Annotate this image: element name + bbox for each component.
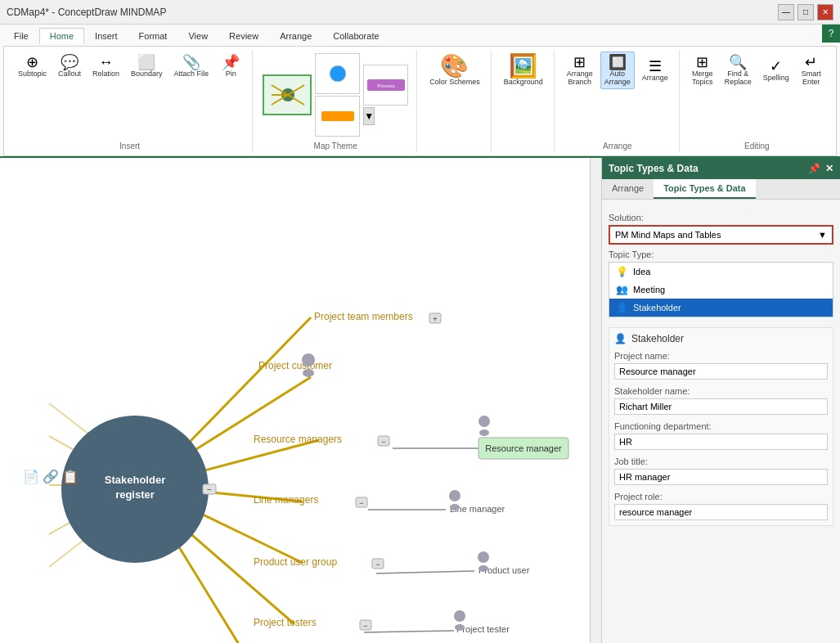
topic-idea-label: Idea (633, 267, 650, 277)
boundary-button[interactable]: ⬜ Boundary (127, 52, 167, 81)
theme-scroll-down[interactable]: ▼ (363, 107, 375, 125)
callout-label: Callout (58, 70, 81, 78)
subtopic-button[interactable]: ⊕ Subtopic (14, 52, 51, 81)
color-schemes-label: Color Schemes (429, 78, 480, 86)
ribbon-group-map-theme: Process ▼ Map Theme (254, 50, 417, 152)
auto-arrange-button[interactable]: 🔲 AutoArrange (600, 52, 635, 89)
attach-label: Attach File (174, 70, 209, 78)
ribbon-group-color-schemes: 🎨 Color Schemes (419, 50, 492, 152)
background-button[interactable]: 🖼️ Background (500, 52, 547, 89)
svg-text:+: + (433, 315, 437, 323)
project-name-input[interactable] (614, 363, 828, 380)
vertical-scrollbar[interactable] (590, 158, 601, 643)
tab-format[interactable]: Format (128, 28, 178, 44)
functioning-dept-label: Functioning department: (614, 421, 828, 431)
svg-text:Line managers: Line managers (254, 494, 318, 506)
color-schemes-button[interactable]: 🎨 Color Schemes (425, 52, 484, 89)
solution-dropdown[interactable]: PM Mind Maps and Tables ▼ (609, 225, 833, 245)
topic-meeting-label: Meeting (633, 285, 665, 295)
arrange-branch-button[interactable]: ⊞ ArrangeBranch (563, 52, 597, 89)
ribbon-group-editing: ⊞ MergeTopics 🔍 Find &Replace ✓ Spelling… (681, 50, 833, 152)
project-role-input[interactable] (614, 504, 828, 520)
panel-title: Topic Types & Data (609, 163, 699, 174)
merge-topics-button[interactable]: ⊞ MergeTopics (688, 52, 717, 89)
attach-file-button[interactable]: 📎 Attach File (170, 52, 213, 81)
stakeholder-list-icon: 👤 (616, 302, 628, 313)
merge-topics-label: MergeTopics (692, 70, 713, 86)
ribbon-group-background: 🖼️ Background (493, 50, 555, 152)
svg-text:−: − (359, 499, 363, 507)
tab-insert[interactable]: Insert (84, 28, 128, 44)
svg-text:−: − (381, 438, 385, 446)
main-area: Stakeholder register − Project team memb… (0, 158, 840, 643)
callout-button[interactable]: 💬 Callout (54, 52, 85, 81)
close-button[interactable]: ✕ (817, 4, 833, 20)
ribbon-tabs: File Home Insert Format View Review Arra… (3, 28, 837, 44)
tab-file[interactable]: File (3, 28, 39, 44)
help-button[interactable]: ? (822, 25, 840, 43)
topic-item-stakeholder[interactable]: 👤 Stakeholder (609, 299, 833, 317)
svg-point-60 (454, 610, 465, 622)
relation-button[interactable]: ↔ Relation (88, 52, 124, 81)
maximize-button[interactable]: □ (797, 4, 814, 20)
ribbon-group-insert: ⊕ Subtopic 💬 Callout ↔ Relation ⬜ Bounda… (7, 50, 253, 152)
svg-text:−: − (207, 485, 212, 494)
svg-point-55 (478, 565, 488, 572)
theme-preview-process[interactable]: Process (363, 65, 408, 106)
svg-point-42 (478, 416, 490, 427)
map-theme-label: Map Theme (314, 138, 357, 151)
callout-icon: 💬 (61, 55, 79, 70)
svg-text:Project team members: Project team members (314, 311, 413, 322)
app-title: CDMap4* - ConceptDraw MINDMAP (7, 7, 166, 18)
arrange-icon: ☰ (649, 59, 662, 74)
arrange-branch-label: ArrangeBranch (567, 70, 593, 86)
spelling-button[interactable]: ✓ Spelling (759, 56, 793, 85)
boundary-icon: ⬜ (137, 55, 155, 70)
tab-view[interactable]: View (177, 28, 218, 44)
find-replace-button[interactable]: 🔍 Find &Replace (721, 52, 756, 89)
ribbon-content: ⊕ Subtopic 💬 Callout ↔ Relation ⬜ Bounda… (3, 46, 837, 156)
arrange-button[interactable]: ☰ Arrange (638, 56, 672, 85)
link-icon[interactable]: 🔗 (43, 469, 59, 484)
svg-point-54 (478, 551, 489, 563)
find-replace-icon: 🔍 (729, 55, 747, 70)
smart-enter-button[interactable]: ↵ SmartEnter (797, 52, 826, 89)
tab-review[interactable]: Review (218, 28, 269, 44)
theme-preview-orange[interactable] (315, 96, 360, 137)
relation-label: Relation (92, 70, 119, 78)
svg-rect-7 (321, 111, 354, 121)
merge-topics-icon: ⊞ (696, 55, 708, 70)
map-floating-icons: 📄 🔗 📋 (23, 469, 79, 484)
subtopic-label: Subtopic (18, 70, 47, 78)
topic-item-meeting[interactable]: 👥 Meeting (609, 281, 833, 299)
job-title-input[interactable] (614, 469, 828, 485)
clipboard-icon[interactable]: 📋 (62, 469, 79, 484)
stakeholder-name-label: Stakeholder name: (614, 386, 828, 396)
svg-point-48 (449, 490, 460, 501)
pin-button[interactable]: 📌 Pin (216, 52, 245, 81)
color-schemes-icon: 🎨 (440, 55, 469, 78)
panel-header-controls: 📌 ✕ (808, 163, 833, 174)
topic-item-idea[interactable]: 💡 Idea (609, 263, 833, 281)
theme-preview-circle[interactable] (315, 53, 360, 94)
panel-tab-topic-types[interactable]: Topic Types & Data (654, 179, 755, 199)
tab-collaborate[interactable]: Collaborate (322, 28, 389, 44)
svg-text:−: − (363, 622, 367, 630)
panel-pin-button[interactable]: 📌 (808, 163, 820, 174)
editing-group-label: Editing (744, 138, 770, 151)
subtopic-icon: ⊕ (26, 55, 38, 70)
svg-point-49 (450, 504, 460, 510)
panel-close-button[interactable]: ✕ (825, 163, 833, 174)
svg-text:Resource manager: Resource manager (485, 443, 562, 453)
panel-tab-arrange[interactable]: Arrange (602, 179, 654, 199)
tab-arrange[interactable]: Arrange (269, 28, 322, 44)
mindmap-canvas[interactable]: Stakeholder register − Project team memb… (0, 158, 601, 643)
pin-label: Pin (226, 70, 236, 78)
minimize-button[interactable]: — (778, 4, 794, 20)
functioning-dept-input[interactable] (614, 434, 828, 450)
note-icon[interactable]: 📄 (23, 469, 39, 484)
tab-home[interactable]: Home (39, 28, 84, 44)
project-name-label: Project name: (614, 351, 828, 361)
theme-preview-selected[interactable] (263, 74, 312, 115)
stakeholder-name-input[interactable] (614, 398, 828, 415)
